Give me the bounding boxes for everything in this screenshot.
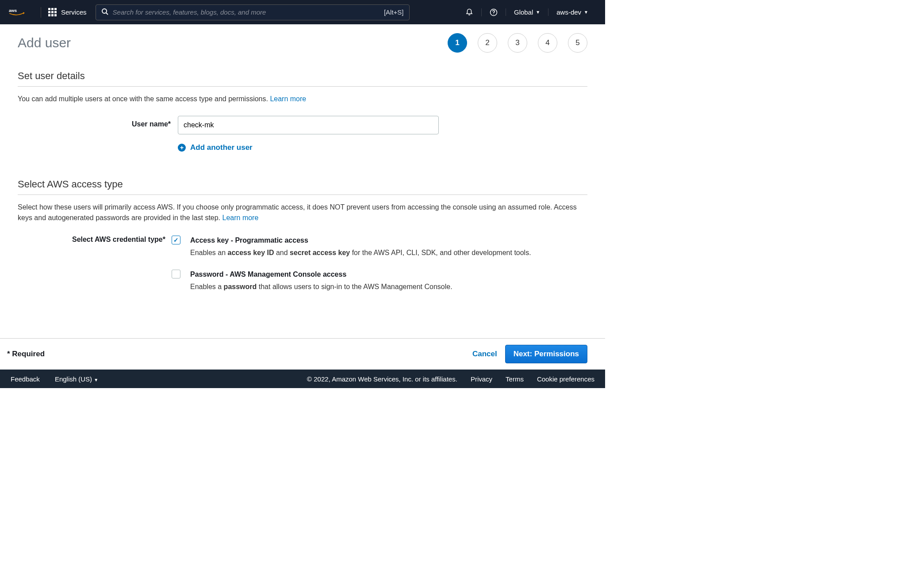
search-shortcut: [Alt+S]	[384, 8, 404, 16]
grid-icon	[48, 8, 57, 16]
cancel-button[interactable]: Cancel	[472, 350, 497, 358]
step-1[interactable]: 1	[448, 33, 467, 53]
credential-desc: Enables a password that allows users to …	[190, 281, 587, 293]
section-user-details-title: Set user details	[18, 70, 587, 87]
svg-point-4	[493, 14, 494, 15]
services-button[interactable]: Services	[48, 8, 87, 16]
svg-text:aws: aws	[9, 8, 17, 12]
wizard-steps: 1 2 3 4 5	[448, 33, 587, 53]
add-another-label: Add another user	[190, 143, 253, 152]
plus-circle-icon: +	[178, 144, 186, 152]
credential-label-spacer	[18, 269, 172, 270]
divider	[41, 7, 41, 18]
main-content: Add user 1 2 3 4 5 Set user details You …	[0, 24, 605, 316]
checkbox-cell	[172, 269, 190, 278]
services-label: Services	[61, 8, 87, 16]
privacy-link[interactable]: Privacy	[471, 375, 492, 383]
caret-down-icon: ▼	[584, 10, 588, 15]
caret-down-icon: ▼	[536, 10, 540, 15]
footer-actions: Cancel Next: Permissions	[472, 345, 587, 363]
svg-point-1	[102, 9, 107, 13]
section-access-desc: Select how these users will primarily ac…	[18, 202, 587, 223]
section-access-type: Select AWS access type Select how these …	[18, 179, 587, 292]
copyright-text: © 2022, Amazon Web Services, Inc. or its…	[307, 375, 457, 383]
aws-logo[interactable]: aws	[9, 8, 25, 17]
step-5[interactable]: 5	[568, 33, 587, 53]
footer-bar: * Required Cancel Next: Permissions	[0, 338, 605, 370]
learn-more-link[interactable]: Learn more	[270, 95, 306, 103]
account-label: aws-dev	[556, 8, 581, 16]
credential-title: Password - AWS Management Console access	[190, 269, 587, 280]
credential-option-console: Password - AWS Management Console access…	[18, 269, 587, 292]
credential-option-programmatic: Select AWS credential type* Access key -…	[18, 235, 587, 258]
section-desc-text: You can add multiple users at once with …	[18, 95, 270, 103]
username-input[interactable]	[178, 116, 439, 134]
caret-down-icon: ▼	[94, 377, 98, 382]
header-row: Add user 1 2 3 4 5	[18, 33, 587, 53]
section-access-desc-text: Select how these users will primarily ac…	[18, 203, 577, 221]
svg-line-2	[106, 13, 108, 15]
add-another-user-button[interactable]: + Add another user	[178, 143, 587, 152]
checkbox-console[interactable]	[172, 270, 180, 278]
account-selector[interactable]: aws-dev ▼	[548, 8, 596, 16]
credential-type-label: Select AWS credential type*	[18, 235, 172, 244]
step-4[interactable]: 4	[538, 33, 557, 53]
bell-icon	[465, 8, 473, 16]
search-icon	[101, 8, 108, 16]
checkbox-cell	[172, 235, 190, 244]
username-row: User name*	[18, 116, 587, 134]
step-2[interactable]: 2	[478, 33, 497, 53]
required-note: * Required	[7, 350, 45, 358]
page-title: Add user	[18, 35, 71, 50]
help-button[interactable]	[481, 8, 506, 16]
credential-title: Access key - Programmatic access	[190, 235, 587, 246]
credential-body: Access key - Programmatic access Enables…	[190, 235, 587, 258]
bottom-bar: Feedback English (US) ▼ © 2022, Amazon W…	[0, 370, 605, 388]
search-input[interactable]	[113, 8, 384, 16]
credential-desc: Enables an access key ID and secret acce…	[190, 247, 587, 259]
section-access-title: Select AWS access type	[18, 179, 587, 195]
checkbox-programmatic[interactable]	[172, 236, 180, 244]
bottom-left: Feedback English (US) ▼	[11, 375, 98, 383]
terms-link[interactable]: Terms	[506, 375, 524, 383]
bottom-right: © 2022, Amazon Web Services, Inc. or its…	[307, 375, 594, 383]
top-nav: aws Services [Alt+S] Global ▼ aws-dev ▼	[0, 0, 605, 24]
region-selector[interactable]: Global ▼	[506, 8, 548, 16]
notifications-button[interactable]	[457, 8, 481, 16]
next-permissions-button[interactable]: Next: Permissions	[505, 345, 587, 363]
topnav-right: Global ▼ aws-dev ▼	[457, 8, 596, 16]
learn-more-link[interactable]: Learn more	[222, 214, 259, 221]
cookie-preferences-link[interactable]: Cookie preferences	[537, 375, 594, 383]
credential-body: Password - AWS Management Console access…	[190, 269, 587, 292]
feedback-link[interactable]: Feedback	[11, 375, 40, 383]
section-user-details-desc: You can add multiple users at once with …	[18, 94, 587, 104]
language-selector[interactable]: English (US) ▼	[55, 375, 98, 383]
username-label: User name*	[18, 116, 178, 128]
language-label: English (US)	[55, 375, 92, 383]
help-icon	[490, 8, 498, 16]
search-box[interactable]: [Alt+S]	[96, 4, 410, 20]
step-3[interactable]: 3	[508, 33, 527, 53]
region-label: Global	[514, 8, 533, 16]
